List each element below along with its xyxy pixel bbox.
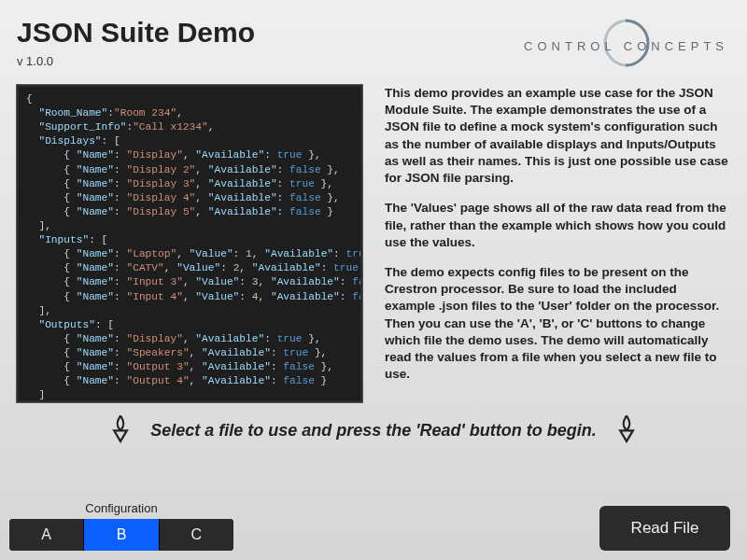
page-title: JSON Suite Demo [17,17,255,49]
configuration-segmented-control[interactable]: ABC [9,519,233,551]
config-option-b[interactable]: B [84,519,159,551]
config-option-a[interactable]: A [9,519,84,551]
description-panel: This demo provides an example use case f… [385,85,730,402]
arrow-down-icon [613,413,640,447]
version-label: v 1.0.0 [17,54,255,68]
description-p3: The demo expects config files to be pres… [385,264,730,384]
brand-logo-text: CONTROL CONCEPTS [524,39,728,53]
brand-logo: CONTROL CONCEPTS [524,21,728,53]
prompt-text: Select a file to use and press the 'Read… [150,421,597,441]
read-file-button[interactable]: Read File [599,506,730,551]
description-p1: This demo provides an example use case f… [385,85,730,187]
description-p2: The 'Values' page shows all of the raw d… [385,200,730,251]
configuration-label: Configuration [9,501,233,515]
arrow-down-icon [107,413,134,447]
json-code-preview: { "Room_Name":"Room 234", "Support_Info"… [17,85,362,402]
config-option-c[interactable]: C [160,519,233,551]
